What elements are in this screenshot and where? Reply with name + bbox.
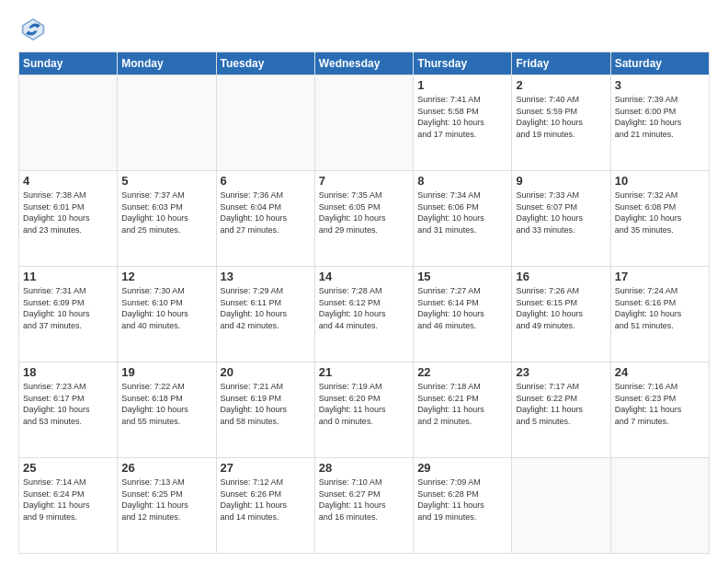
week-row-4: 25Sunrise: 7:14 AM Sunset: 6:24 PM Dayli… (19, 458, 710, 554)
calendar-cell: 1Sunrise: 7:41 AM Sunset: 5:58 PM Daylig… (414, 75, 512, 171)
calendar-cell: 6Sunrise: 7:36 AM Sunset: 6:04 PM Daylig… (216, 171, 314, 267)
calendar-table: SundayMondayTuesdayWednesdayThursdayFrid… (18, 52, 710, 554)
day-info: Sunrise: 7:12 AM Sunset: 6:26 PM Dayligh… (221, 477, 311, 523)
calendar-cell: 5Sunrise: 7:37 AM Sunset: 6:03 PM Daylig… (118, 171, 216, 267)
calendar-cell: 9Sunrise: 7:33 AM Sunset: 6:07 PM Daylig… (512, 171, 610, 267)
day-number: 25 (23, 461, 113, 475)
day-number: 1 (417, 78, 507, 92)
day-number: 3 (615, 78, 705, 92)
logo-icon (18, 15, 48, 44)
calendar-cell: 3Sunrise: 7:39 AM Sunset: 6:00 PM Daylig… (610, 75, 709, 171)
calendar-cell (118, 75, 216, 171)
calendar-cell: 25Sunrise: 7:14 AM Sunset: 6:24 PM Dayli… (19, 458, 118, 554)
week-row-0: 1Sunrise: 7:41 AM Sunset: 5:58 PM Daylig… (19, 75, 710, 171)
calendar-cell: 27Sunrise: 7:12 AM Sunset: 6:26 PM Dayli… (216, 458, 314, 554)
day-info: Sunrise: 7:09 AM Sunset: 6:28 PM Dayligh… (417, 477, 507, 523)
day-info: Sunrise: 7:37 AM Sunset: 6:03 PM Dayligh… (121, 190, 211, 236)
day-number: 13 (221, 270, 311, 283)
weekday-header-sunday: Sunday (19, 52, 118, 75)
calendar-cell: 10Sunrise: 7:32 AM Sunset: 6:08 PM Dayli… (610, 171, 709, 267)
calendar-cell (314, 75, 413, 171)
day-info: Sunrise: 7:29 AM Sunset: 6:11 PM Dayligh… (221, 285, 311, 331)
calendar-cell: 22Sunrise: 7:18 AM Sunset: 6:21 PM Dayli… (414, 362, 512, 458)
day-number: 8 (417, 174, 507, 188)
header (18, 15, 710, 44)
calendar-cell: 21Sunrise: 7:19 AM Sunset: 6:20 PM Dayli… (314, 362, 413, 458)
day-info: Sunrise: 7:10 AM Sunset: 6:27 PM Dayligh… (319, 477, 409, 523)
week-row-1: 4Sunrise: 7:38 AM Sunset: 6:01 PM Daylig… (19, 171, 710, 267)
day-info: Sunrise: 7:30 AM Sunset: 6:10 PM Dayligh… (121, 285, 211, 331)
calendar-cell: 17Sunrise: 7:24 AM Sunset: 6:16 PM Dayli… (610, 267, 709, 362)
day-info: Sunrise: 7:24 AM Sunset: 6:16 PM Dayligh… (615, 285, 705, 331)
day-number: 20 (221, 365, 311, 379)
calendar-cell (216, 75, 314, 171)
day-info: Sunrise: 7:41 AM Sunset: 5:58 PM Dayligh… (417, 94, 507, 140)
calendar-cell: 23Sunrise: 7:17 AM Sunset: 6:22 PM Dayli… (512, 362, 610, 458)
day-number: 5 (121, 174, 211, 188)
page: SundayMondayTuesdayWednesdayThursdayFrid… (0, 0, 728, 563)
day-number: 17 (615, 270, 705, 283)
day-number: 10 (615, 174, 705, 188)
week-row-2: 11Sunrise: 7:31 AM Sunset: 6:09 PM Dayli… (19, 267, 710, 362)
day-info: Sunrise: 7:38 AM Sunset: 6:01 PM Dayligh… (23, 190, 113, 236)
day-info: Sunrise: 7:16 AM Sunset: 6:23 PM Dayligh… (615, 381, 705, 427)
calendar-cell (610, 458, 709, 554)
calendar-cell: 12Sunrise: 7:30 AM Sunset: 6:10 PM Dayli… (118, 267, 216, 362)
calendar-cell: 26Sunrise: 7:13 AM Sunset: 6:25 PM Dayli… (118, 458, 216, 554)
day-number: 28 (319, 461, 409, 475)
day-number: 21 (319, 365, 409, 379)
calendar-cell: 29Sunrise: 7:09 AM Sunset: 6:28 PM Dayli… (414, 458, 512, 554)
day-info: Sunrise: 7:31 AM Sunset: 6:09 PM Dayligh… (23, 285, 113, 331)
day-number: 26 (121, 461, 211, 475)
day-number: 18 (23, 365, 113, 379)
day-info: Sunrise: 7:23 AM Sunset: 6:17 PM Dayligh… (23, 381, 113, 427)
day-number: 24 (615, 365, 705, 379)
calendar-cell: 11Sunrise: 7:31 AM Sunset: 6:09 PM Dayli… (19, 267, 118, 362)
day-info: Sunrise: 7:36 AM Sunset: 6:04 PM Dayligh… (221, 190, 311, 236)
calendar-cell: 24Sunrise: 7:16 AM Sunset: 6:23 PM Dayli… (610, 362, 709, 458)
weekday-header-wednesday: Wednesday (314, 52, 413, 75)
calendar-cell: 28Sunrise: 7:10 AM Sunset: 6:27 PM Dayli… (314, 458, 413, 554)
weekday-header-friday: Friday (512, 52, 610, 75)
svg-marker-0 (21, 17, 45, 41)
day-number: 14 (319, 270, 409, 283)
calendar-cell (19, 75, 118, 171)
day-number: 2 (516, 78, 606, 92)
day-number: 19 (121, 365, 211, 379)
day-info: Sunrise: 7:18 AM Sunset: 6:21 PM Dayligh… (417, 381, 507, 427)
calendar-cell: 7Sunrise: 7:35 AM Sunset: 6:05 PM Daylig… (314, 171, 413, 267)
day-number: 27 (221, 461, 311, 475)
logo (18, 15, 53, 44)
day-info: Sunrise: 7:27 AM Sunset: 6:14 PM Dayligh… (417, 285, 507, 331)
day-info: Sunrise: 7:21 AM Sunset: 6:19 PM Dayligh… (221, 381, 311, 427)
day-number: 4 (23, 174, 113, 188)
day-info: Sunrise: 7:26 AM Sunset: 6:15 PM Dayligh… (516, 285, 606, 331)
weekday-header-saturday: Saturday (610, 52, 709, 75)
day-info: Sunrise: 7:35 AM Sunset: 6:05 PM Dayligh… (319, 190, 409, 236)
weekday-header-row: SundayMondayTuesdayWednesdayThursdayFrid… (19, 52, 710, 75)
day-info: Sunrise: 7:34 AM Sunset: 6:06 PM Dayligh… (417, 190, 507, 236)
calendar-cell: 13Sunrise: 7:29 AM Sunset: 6:11 PM Dayli… (216, 267, 314, 362)
calendar-cell: 19Sunrise: 7:22 AM Sunset: 6:18 PM Dayli… (118, 362, 216, 458)
day-number: 15 (417, 270, 507, 283)
calendar-cell: 2Sunrise: 7:40 AM Sunset: 5:59 PM Daylig… (512, 75, 610, 171)
day-number: 22 (417, 365, 507, 379)
weekday-header-thursday: Thursday (414, 52, 512, 75)
day-info: Sunrise: 7:17 AM Sunset: 6:22 PM Dayligh… (516, 381, 606, 427)
day-number: 12 (121, 270, 211, 283)
day-number: 29 (417, 461, 507, 475)
day-info: Sunrise: 7:28 AM Sunset: 6:12 PM Dayligh… (319, 285, 409, 331)
day-info: Sunrise: 7:33 AM Sunset: 6:07 PM Dayligh… (516, 190, 606, 236)
calendar-cell: 14Sunrise: 7:28 AM Sunset: 6:12 PM Dayli… (314, 267, 413, 362)
day-number: 16 (516, 270, 606, 283)
calendar-cell: 18Sunrise: 7:23 AM Sunset: 6:17 PM Dayli… (19, 362, 118, 458)
calendar-cell (512, 458, 610, 554)
day-number: 7 (319, 174, 409, 188)
day-info: Sunrise: 7:40 AM Sunset: 5:59 PM Dayligh… (516, 94, 606, 140)
calendar-cell: 8Sunrise: 7:34 AM Sunset: 6:06 PM Daylig… (414, 171, 512, 267)
weekday-header-tuesday: Tuesday (216, 52, 314, 75)
calendar-cell: 4Sunrise: 7:38 AM Sunset: 6:01 PM Daylig… (19, 171, 118, 267)
calendar-cell: 20Sunrise: 7:21 AM Sunset: 6:19 PM Dayli… (216, 362, 314, 458)
day-info: Sunrise: 7:22 AM Sunset: 6:18 PM Dayligh… (121, 381, 211, 427)
day-info: Sunrise: 7:19 AM Sunset: 6:20 PM Dayligh… (319, 381, 409, 427)
